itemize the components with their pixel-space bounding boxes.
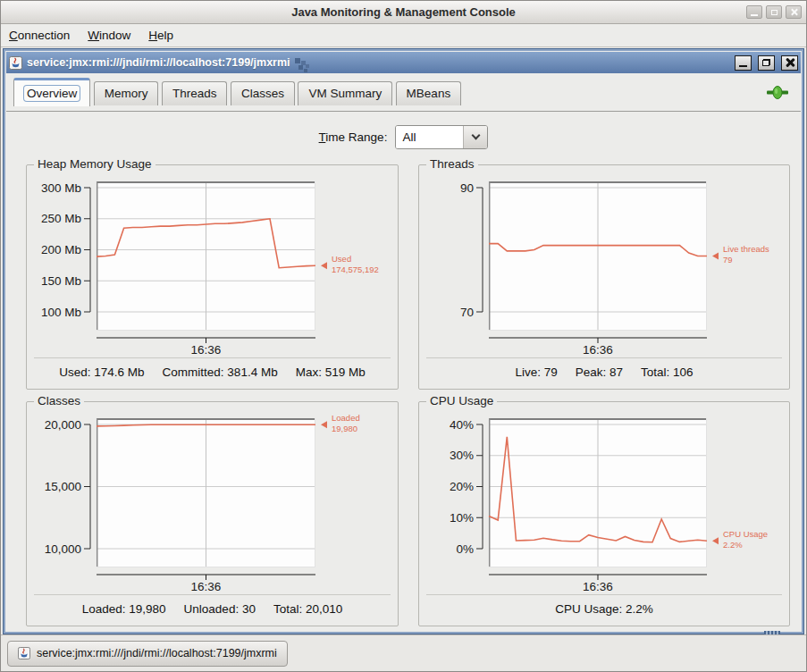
charts-grid: Heap Memory Usage 300 Mb250 Mb200 Mb150 …	[4, 151, 803, 626]
annotation-name: CPU Usage	[723, 529, 768, 539]
menu-connection[interactable]: Connection	[9, 29, 70, 42]
y-tick-label: 150 Mb	[41, 274, 81, 288]
line-chart-svg: 20,00015,00010,000Loaded19,98016:36	[34, 413, 391, 593]
menubar: Connection Window Help	[1, 24, 806, 47]
y-tick-label: 250 Mb	[41, 212, 81, 225]
menu-window-mnemonic: W	[88, 29, 99, 42]
java-icon	[9, 56, 22, 70]
threads-stats: Live: 79Peak: 87Total: 106	[426, 357, 782, 379]
connection-frame-titlebar[interactable]: service:jmx:rmi:///jndi/rmi://localhost:…	[6, 52, 801, 73]
chart-stat: Used: 174.6 Mb	[59, 365, 144, 379]
y-tick-label: 40%	[450, 418, 474, 432]
heap-memory-stats: Used: 174.6 MbCommitted: 381.4 MbMax: 51…	[34, 357, 391, 379]
y-tick-label: 300 Mb	[41, 181, 81, 195]
y-tick-label: 20,000	[45, 418, 81, 432]
x-tick-label: 16:36	[583, 580, 613, 593]
line-chart-svg: 300 Mb250 Mb200 Mb150 Mb100 MbUsed174,57…	[34, 176, 391, 357]
menu-connection-label: onnection	[18, 29, 71, 42]
time-range-row: Time Range: All	[4, 125, 803, 149]
window-titlebar: Java Monitoring & Management Console	[1, 1, 806, 24]
minimize-button[interactable]	[746, 5, 762, 19]
classes-panel: Classes 20,00015,00010,000Loaded19,98016…	[26, 401, 399, 626]
frame-restore-icon	[762, 59, 770, 66]
time-range-dropdown-button[interactable]	[463, 126, 487, 148]
classes-panel-title: Classes	[34, 394, 84, 407]
close-icon	[790, 8, 798, 16]
annotation-value: 19,980	[332, 424, 357, 433]
x-tick-label: 16:36	[583, 343, 613, 357]
connection-frame: service:jmx:rmi:///jndi/rmi://localhost:…	[3, 48, 804, 634]
time-range-value: All	[396, 126, 463, 148]
y-tick-label: 10,000	[45, 542, 81, 556]
close-button[interactable]	[786, 5, 802, 19]
annotation-marker-icon	[712, 252, 719, 259]
chart-stat: Max: 519 Mb	[296, 365, 366, 379]
annotation-name: Live threads	[723, 244, 769, 254]
main-window: Java Monitoring & Management Console Con…	[0, 0, 807, 672]
tab-memory-label: Memory	[105, 87, 148, 100]
tab-mbeans[interactable]: MBeans	[396, 81, 462, 105]
y-tick-label: 10%	[450, 511, 474, 525]
y-tick-label: 200 Mb	[41, 243, 81, 256]
tab-overview-label: Overview	[24, 86, 80, 101]
frame-minimize-button[interactable]	[735, 55, 752, 71]
chart-stat: Peak: 87	[576, 365, 623, 379]
frame-close-icon	[786, 58, 794, 67]
chart-stat: CPU Usage: 2.2%	[555, 602, 653, 616]
cpu-usage-panel: CPU Usage 40%30%20%10%0%CPU Usage2.2%16:…	[418, 401, 790, 626]
annotation-name: Used	[332, 254, 351, 264]
tab-overview[interactable]: Overview	[13, 78, 90, 106]
time-range-label: Time Range:	[319, 130, 388, 144]
x-tick-label: 16:36	[191, 343, 222, 357]
threads-chart: 9070Live threads7916:36	[426, 176, 782, 357]
connection-status-icon	[767, 86, 788, 99]
annotation-marker-icon	[321, 421, 327, 428]
annotation-name: Loaded	[332, 413, 360, 423]
maximize-button[interactable]	[766, 5, 782, 19]
menu-window[interactable]: Window	[88, 29, 130, 42]
tab-mbeans-label: MBeans	[407, 87, 451, 100]
chevron-down-icon	[471, 131, 480, 140]
menu-help-label: elp	[157, 29, 173, 42]
maximize-icon	[771, 10, 778, 15]
tab-vm-summary[interactable]: VM Summary	[298, 81, 392, 105]
tab-classes-label: Classes	[241, 87, 284, 100]
y-tick-label: 20%	[450, 480, 474, 493]
tab-threads-label: Threads	[172, 87, 217, 100]
tab-vm-summary-label: VM Summary	[308, 87, 382, 100]
window-title: Java Monitoring & Management Console	[291, 5, 516, 19]
tab-classes[interactable]: Classes	[231, 81, 295, 105]
menu-help[interactable]: Help	[148, 29, 173, 42]
y-tick-label: 70	[460, 306, 474, 319]
frame-restore-button[interactable]	[758, 55, 775, 71]
cpu-usage-panel-title: CPU Usage	[426, 394, 497, 407]
chart-stat: Total: 106	[641, 365, 694, 379]
time-range-label-rest: ime Range:	[325, 130, 387, 144]
heap-memory-panel: Heap Memory Usage 300 Mb250 Mb200 Mb150 …	[26, 164, 399, 390]
connection-status-button[interactable]: service:jmx:rmi:///jndi/rmi://localhost:…	[7, 641, 288, 667]
chart-stat: Unloaded: 30	[184, 602, 256, 616]
java-icon	[18, 647, 30, 659]
y-tick-label: 15,000	[45, 480, 81, 493]
chart-stat: Live: 79	[515, 365, 557, 379]
chart-stat: Committed: 381.4 Mb	[163, 365, 278, 379]
y-tick-label: 100 Mb	[41, 306, 81, 319]
x-tick-label: 16:36	[191, 580, 222, 593]
menu-help-mnemonic: H	[148, 29, 157, 42]
tab-threads[interactable]: Threads	[162, 81, 228, 105]
line-chart-svg: 9070Live threads7916:36	[426, 176, 782, 357]
frame-minimize-icon	[739, 65, 747, 67]
classes-stats: Loaded: 19,980Unloaded: 30Total: 20,010	[34, 594, 391, 616]
frame-close-button[interactable]	[781, 55, 798, 71]
annotation-marker-icon	[712, 537, 719, 544]
y-tick-label: 90	[460, 181, 474, 195]
window-controls	[746, 5, 802, 19]
y-tick-label: 30%	[450, 449, 474, 462]
tab-memory[interactable]: Memory	[94, 81, 159, 105]
cpu-usage-stats: CPU Usage: 2.2%	[426, 594, 782, 616]
menu-window-label: indow	[99, 29, 130, 42]
tabbar: Overview Memory Threads Classes VM Summa…	[6, 73, 801, 112]
time-range-select[interactable]: All	[395, 125, 488, 149]
annotation-marker-icon	[321, 262, 327, 269]
threads-panel-title: Threads	[426, 157, 478, 171]
